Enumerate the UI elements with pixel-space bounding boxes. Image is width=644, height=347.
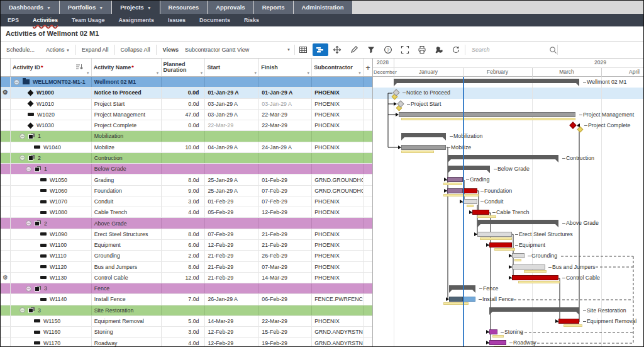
activity-bar[interactable] (512, 265, 545, 270)
collapse-all-button[interactable]: Collapse All (115, 42, 156, 57)
nav-tab-projects[interactable]: Projects▼ (112, 1, 159, 14)
chevron-down-icon[interactable]: ▼ (306, 71, 310, 75)
nav-tab-portfolios[interactable]: Portfolios▼ (60, 1, 111, 14)
collapse-toggle-icon[interactable]: – (19, 134, 25, 139)
filter-button[interactable] (364, 43, 379, 56)
table-row-wellmont02-m1-1[interactable]: –WELLMONT02-M1-1Wellmont 02 M1 (1, 77, 372, 88)
subnav-item-eps[interactable]: EPS (1, 14, 26, 26)
subnav-item-risks[interactable]: Risks (237, 14, 266, 26)
activity-bar[interactable] (447, 188, 463, 193)
grid-view-button[interactable] (296, 43, 311, 56)
refresh-button[interactable] (448, 43, 464, 56)
activity-network-button[interactable] (330, 43, 345, 56)
table-row-w1170[interactable]: W1170Roadway4.0d12-Feb-2919-Feb-29GRND.A… (1, 338, 372, 347)
gantt-chart-area[interactable]: Wellmont 02 M1Notice to ProceedProject S… (373, 77, 643, 347)
table-row-w1010[interactable]: W1010Project Start0.0d03-Jan-29 A03-Jan-… (1, 99, 372, 110)
column-header-planned-duration[interactable]: Planned Duration ▼ (162, 59, 206, 76)
table-row-w1110[interactable]: W1110Grounding2.0d21-Feb-2926-Feb-29PHOE… (1, 251, 372, 261)
collapse-toggle-icon[interactable]: – (26, 286, 31, 292)
table-row-contruction[interactable]: –2Contruction (1, 153, 372, 164)
gantt-view-button[interactable] (313, 43, 328, 56)
activity-bar[interactable] (489, 329, 497, 334)
subnav-item-issues[interactable]: Issues (161, 14, 192, 26)
table-row-w1000[interactable]: ⚙W1000Notice to Proceed0.0d01-Jan-29 A01… (1, 88, 372, 98)
collapse-toggle-icon[interactable]: – (26, 220, 31, 226)
activity-bar[interactable] (463, 188, 477, 193)
summary-bar[interactable] (448, 155, 558, 159)
chevron-down-icon[interactable]: ▼ (358, 71, 362, 75)
table-row-w1090[interactable]: W1090Erect Steel Structures8.0d07-Feb-29… (1, 229, 372, 240)
subnav-item-activities[interactable]: Activities (26, 14, 65, 26)
subnav-item-documents[interactable]: Documents (192, 14, 237, 26)
nav-tab-approvals[interactable]: Approvals (208, 1, 253, 14)
customize-button[interactable] (431, 43, 447, 56)
table-row-above-grade[interactable]: –2Above Grade (1, 218, 372, 229)
table-row-site-restoration[interactable]: –3Site Restoration (1, 305, 372, 316)
activity-bar[interactable] (489, 242, 512, 247)
search-icon[interactable] (549, 46, 557, 54)
table-row-w1120[interactable]: W1120Bus and Jumpers8.0d21-Feb-2907-Mar-… (1, 262, 372, 273)
column-header-subcontractor[interactable]: Subcontractor ▼ (312, 59, 364, 76)
highlight-edit-button[interactable] (347, 43, 362, 56)
table-row-w1080[interactable]: W1080Cable Trench4.0d05-Feb-2912-Feb-29P… (1, 207, 372, 218)
actions-button[interactable]: Actions ▼ (40, 42, 75, 58)
nav-tab-administration[interactable]: Administration (294, 1, 352, 14)
add-column-button[interactable]: + (364, 59, 372, 76)
table-row-w1160[interactable]: W1160Stoning3.0d12-Feb-2915-Feb-29GRND.A… (1, 327, 372, 338)
expand-all-button[interactable]: Expand All (76, 42, 114, 57)
activity-bar[interactable] (399, 112, 575, 117)
table-row-w1020[interactable]: W1020Project Management47.0d03-Jan-29 A2… (1, 110, 372, 120)
sort-icon[interactable] (76, 64, 83, 71)
table-row-w1040[interactable]: W1040Mobilize10.0d04-Jan-29 A24-Jan-29 A… (1, 142, 372, 153)
summary-bar[interactable] (477, 220, 558, 224)
summary-bar[interactable] (489, 307, 579, 312)
summary-bar[interactable] (449, 285, 475, 290)
view-selector-dropdown[interactable]: Subcontractor Gantt View▼ (181, 47, 294, 53)
activity-bar[interactable] (449, 297, 463, 302)
table-row-mobilization[interactable]: –1Mobilization (1, 131, 372, 142)
subnav-item-team-usage[interactable]: Team Usage (65, 14, 111, 26)
activity-bar[interactable] (512, 253, 525, 258)
chevron-down-icon[interactable]: ▼ (156, 71, 160, 75)
table-row-w1150[interactable]: W1150Equipment Removal5.0d14-Mar-2922-Ma… (1, 316, 372, 327)
nav-tab-reports[interactable]: Reports (254, 1, 293, 14)
activity-bar[interactable] (463, 199, 477, 204)
activity-bar[interactable] (558, 319, 579, 324)
table-row-w1030[interactable]: W1030Project Complete0.0d22-Mar-2922-Mar… (1, 120, 372, 131)
table-row-fence[interactable]: –3Fence (1, 283, 372, 294)
help-button[interactable]: ? (380, 43, 396, 56)
collapse-toggle-icon[interactable]: – (19, 307, 25, 313)
table-row-w1070[interactable]: W1070Conduit3.0d01-Feb-2907-Feb-29PHOENI… (1, 196, 372, 207)
fullscreen-button[interactable] (397, 43, 413, 56)
summary-bar[interactable] (394, 79, 579, 83)
gantt-timescale[interactable]: 2028 2029 December January February Marc… (373, 59, 643, 77)
search-input[interactable] (470, 46, 549, 54)
column-header-finish[interactable]: Finish ▼ (259, 59, 312, 76)
summary-bar[interactable] (401, 133, 446, 137)
activity-bar[interactable] (447, 177, 463, 182)
collapse-toggle-icon[interactable]: – (26, 166, 31, 172)
activity-bar[interactable] (463, 297, 475, 302)
summary-bar[interactable] (448, 166, 490, 170)
column-header-start[interactable]: Start ▼ (205, 59, 259, 76)
nav-tab-dashboards[interactable]: Dashboards▼ (1, 1, 59, 14)
table-row-w1130[interactable]: ⚙W1130Control Cable12.0d21-Feb-2914-Mar-… (1, 273, 372, 283)
column-header-activity-id[interactable]: Activity ID* ▼ (11, 59, 92, 76)
activity-bar[interactable] (472, 210, 489, 215)
collapse-toggle-icon[interactable]: – (14, 79, 19, 85)
table-row-w1100[interactable]: W1100Equipment6.0d12-Feb-2921-Feb-29PHOE… (1, 240, 372, 251)
activity-bar[interactable] (489, 340, 506, 345)
chevron-down-icon[interactable]: ▼ (199, 71, 203, 75)
collapse-toggle-icon[interactable]: – (19, 155, 25, 161)
activity-bar[interactable] (401, 145, 446, 150)
table-row-w1140[interactable]: W1140Install Fence7.0d26-Jan-29 A06-Feb-… (1, 294, 372, 305)
activity-bar[interactable] (512, 275, 558, 280)
table-row-w1060[interactable]: W1060Foundation9.0d25-Jan-29 A07-Feb-29G… (1, 186, 372, 196)
chevron-down-icon[interactable]: ▼ (253, 71, 257, 75)
table-row-below-grade[interactable]: –1Below Grade (1, 164, 372, 174)
row-settings-gear-icon[interactable]: ⚙ (3, 275, 8, 281)
table-row-w1050[interactable]: W1050Grading8.0d25-Jan-29 A01-Feb-29GRND… (1, 174, 372, 185)
nav-tab-resources[interactable]: Resources (160, 1, 208, 14)
activity-bar[interactable] (477, 232, 512, 237)
row-settings-gear-icon[interactable]: ⚙ (3, 89, 8, 96)
